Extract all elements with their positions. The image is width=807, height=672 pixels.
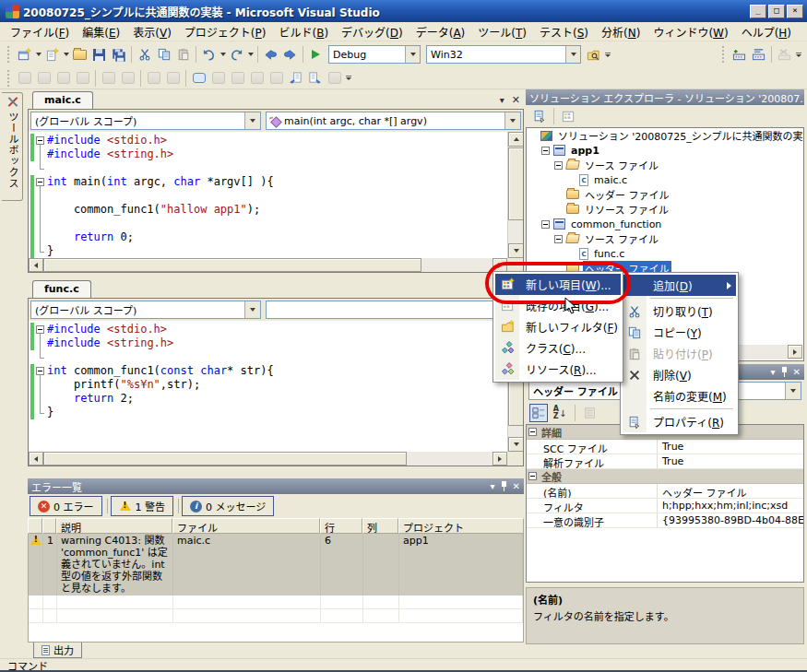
chevron-down-icon[interactable]	[565, 46, 580, 63]
win32-combo[interactable]: Win32	[426, 45, 581, 64]
code-area[interactable]: #include <stdio.h>#include <string.h>int…	[29, 321, 507, 452]
tree-expander-icon[interactable]	[554, 161, 563, 170]
column-header-行[interactable]: 行	[320, 518, 362, 534]
chevron-down-icon[interactable]	[244, 301, 260, 318]
outline-collapse-icon[interactable]	[34, 134, 47, 147]
auto-hide-pin-icon[interactable]	[781, 367, 788, 377]
context-menu-item-3[interactable]: コピー(Y)	[623, 322, 736, 343]
add-submenu-item-2[interactable]: 新しいフィルタ(F)	[495, 316, 621, 337]
show-all-files-icon[interactable]	[559, 107, 578, 125]
tree-item-リソース-ファイル[interactable]: リソース ファイル	[527, 202, 803, 217]
tree-item-ソリューション-'20080725_シンプルに共[interactable]: ソリューション '20080725_シンプルに共通関数の実装' (2	[527, 128, 803, 143]
property-pages-icon[interactable]	[581, 404, 599, 422]
copy-icon[interactable]	[154, 45, 173, 64]
tree-item-app1[interactable]: app1	[527, 143, 803, 158]
scrollbar-thumb[interactable]	[43, 452, 407, 466]
chevron-down-icon[interactable]	[34, 45, 42, 64]
member-combo[interactable]: main(int argc, char *[] argv)	[266, 112, 521, 130]
scroll-up-icon[interactable]	[508, 132, 523, 147]
new-breakpoint-icon[interactable]	[730, 45, 749, 64]
combo-dropdown-icon[interactable]	[785, 383, 801, 399]
outline-collapse-icon[interactable]	[34, 323, 47, 336]
scrollbar-thumb[interactable]	[43, 258, 421, 272]
horizontal-scrollbar[interactable]	[29, 258, 507, 272]
scroll-left-icon[interactable]	[29, 452, 43, 466]
filter-error-button[interactable]: ✕0 エラー	[30, 496, 102, 516]
property-row[interactable]: フィルタh;hpp;hxx;hm;inl;inc;xsd	[527, 499, 803, 513]
column-header-ファイル[interactable]: ファイル	[172, 518, 320, 534]
context-menu-item-8[interactable]: プロパティ(R)	[623, 411, 736, 432]
vertical-scrollbar[interactable]	[507, 132, 523, 258]
column-header-col0[interactable]	[28, 518, 42, 534]
undo-icon[interactable]	[199, 45, 219, 64]
property-row[interactable]: SCC ファイルTrue	[527, 440, 803, 454]
add-submenu-item-1[interactable]: 既存の項目(G)...	[495, 295, 621, 316]
tree-item-common_function[interactable]: common_function	[527, 217, 803, 231]
horizontal-scrollbar[interactable]	[29, 452, 507, 466]
categorized-icon[interactable]	[529, 404, 548, 422]
column-header-列[interactable]: 列	[362, 518, 398, 534]
property-row[interactable]: 解析ファイルTrue	[527, 454, 803, 469]
toolbox-tab[interactable]: ツールボックス	[2, 92, 23, 201]
context-menu-item-5[interactable]: 削除(V)	[623, 364, 736, 385]
alphabetical-sort-icon[interactable]: AZ↓	[551, 404, 569, 422]
comment-block-icon[interactable]	[189, 69, 208, 88]
scroll-left-icon[interactable]	[29, 258, 43, 272]
close-button[interactable]: ×	[787, 5, 803, 18]
outline-collapse-icon[interactable]	[34, 175, 47, 189]
property-row[interactable]: 一意の識別子{93995380-89BD-4b04-88EB-	[527, 513, 803, 528]
breakpoints-window-icon[interactable]	[749, 45, 768, 64]
menu-分析[interactable]: 分析(N)	[595, 22, 647, 41]
close-icon[interactable]: ✕	[793, 368, 801, 377]
maximize-button[interactable]: □	[768, 5, 785, 18]
add-submenu-item-4[interactable]: リソース(R)...	[495, 359, 621, 380]
debug-combo[interactable]: Debug	[328, 45, 421, 64]
toolbar-overflow-icon[interactable]	[344, 69, 353, 88]
open-file-icon[interactable]	[70, 45, 89, 64]
cut-icon[interactable]	[135, 45, 154, 64]
toolbar-overflow-icon[interactable]	[603, 45, 612, 64]
menu-テスト[interactable]: テスト(S)	[533, 22, 595, 41]
minimize-button[interactable]: _	[750, 5, 766, 18]
close-icon[interactable]: ✕	[513, 482, 520, 491]
context-menu-item-6[interactable]: 名前の変更(M)	[623, 385, 736, 407]
column-header-プロジェクト[interactable]: プロジェクト	[398, 518, 524, 534]
chevron-down-icon[interactable]	[244, 112, 260, 129]
chevron-down-icon[interactable]	[219, 45, 227, 64]
chevron-down-icon[interactable]	[62, 45, 70, 64]
chevron-down-icon[interactable]	[504, 112, 520, 129]
filter-warning-button[interactable]: 1 警告	[111, 496, 174, 516]
add-new-item-icon[interactable]	[42, 45, 62, 64]
tree-item-maic.c[interactable]: Cmaic.c	[527, 172, 803, 187]
output-tab[interactable]: 出力	[33, 643, 82, 658]
find-in-files-icon[interactable]	[584, 45, 603, 64]
close-document-icon[interactable]: ✕	[512, 94, 520, 106]
properties-window-icon[interactable]	[529, 107, 549, 125]
scroll-right-icon[interactable]	[493, 452, 507, 466]
scroll-right-icon[interactable]	[493, 258, 507, 272]
menu-デバッグ[interactable]: デバッグ(D)	[335, 22, 409, 41]
new-project-icon[interactable]	[15, 45, 34, 64]
tree-expander-icon[interactable]	[541, 147, 550, 155]
start-debugging-icon[interactable]	[306, 45, 326, 64]
menu-ツール[interactable]: ツール(T)	[471, 22, 533, 41]
next-bookmark-icon[interactable]	[305, 69, 325, 88]
scroll-right-icon[interactable]	[788, 345, 802, 359]
chevron-down-icon[interactable]	[405, 46, 420, 63]
document-tab-maic.c[interactable]: maic.c	[32, 91, 93, 109]
code-area[interactable]: #include <stdio.h>#include <string.h>int…	[29, 132, 507, 258]
scroll-down-icon[interactable]	[508, 243, 523, 258]
save-icon[interactable]	[89, 45, 109, 64]
member-combo[interactable]	[266, 301, 521, 319]
outline-collapse-icon[interactable]	[34, 364, 47, 378]
column-header-col1[interactable]	[42, 518, 56, 534]
menu-ファイル[interactable]: ファイル(F)	[4, 22, 76, 41]
menu-表示[interactable]: 表示(V)	[126, 22, 178, 41]
navigate-forward-icon[interactable]	[280, 45, 300, 64]
filter-info-button[interactable]: i0 メッセージ	[182, 496, 274, 516]
menu-ビルド[interactable]: ビルド(B)	[272, 22, 335, 41]
chevron-down-icon[interactable]	[246, 45, 255, 64]
window-position-icon[interactable]: ▾	[771, 368, 776, 377]
property-category[interactable]: 全般	[527, 469, 803, 484]
previous-bookmark-icon[interactable]	[286, 69, 305, 88]
